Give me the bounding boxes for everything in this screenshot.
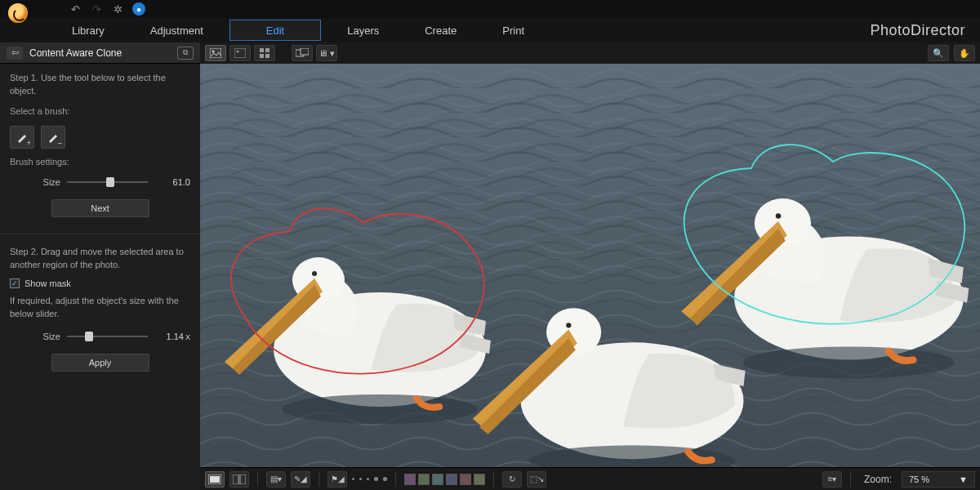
brush-size-value: 61.0 [154, 177, 190, 187]
crop-icon[interactable]: ⬚↘ [527, 471, 546, 488]
canvas-toolbar: 🖥 ▾ 🔍 ✋ [200, 42, 980, 64]
view-grid-icon[interactable] [254, 45, 275, 61]
svg-rect-6 [260, 54, 264, 58]
pencil-icon[interactable]: ✎◢ [291, 471, 310, 488]
svg-point-3 [237, 51, 239, 53]
view-mode-2-button[interactable] [229, 471, 249, 488]
next-button[interactable]: Next [51, 199, 149, 217]
view-compare-icon[interactable] [229, 45, 251, 61]
panel-divider [0, 234, 200, 234]
view-multimonitor-icon[interactable] [292, 45, 313, 61]
notifications-icon[interactable]: ● [132, 2, 145, 16]
svg-rect-5 [265, 48, 270, 52]
clone-size-slider[interactable] [67, 331, 148, 342]
view-display-icon[interactable]: 🖥 ▾ [316, 45, 337, 61]
brush-subtract-button[interactable]: – [41, 126, 65, 149]
undo-icon[interactable]: ↶ [69, 2, 82, 16]
size-label: Size [10, 177, 60, 187]
svg-rect-7 [265, 54, 270, 58]
svg-point-23 [776, 213, 781, 218]
hand-icon[interactable]: ✋ [954, 45, 975, 61]
svg-point-24 [743, 346, 955, 378]
step2-text: Step 2. Drag and move the selected area … [10, 246, 190, 272]
brush-add-button[interactable]: + [10, 126, 34, 149]
panel-header: ⇦ Content Aware Clone ⧉ [0, 42, 200, 64]
svg-rect-4 [260, 48, 264, 52]
svg-rect-27 [233, 474, 238, 484]
tab-library[interactable]: Library [49, 18, 127, 42]
tab-layers[interactable]: Layers [324, 18, 402, 42]
svg-point-1 [212, 51, 215, 53]
size2-label: Size [10, 332, 60, 341]
main-menu: Library Adjustment Edit Layers Create Pr… [0, 18, 980, 42]
settings-gear-icon[interactable]: ✲ [111, 2, 124, 16]
show-mask-label: Show mask [24, 278, 71, 288]
list-icon[interactable]: ≡▾ [822, 471, 842, 488]
svg-rect-26 [210, 476, 220, 483]
view-single-icon[interactable] [205, 45, 226, 61]
step1-text: Step 1. Use the tool below to select the… [10, 72, 190, 98]
color-swatches[interactable] [404, 474, 485, 485]
checkbox-icon: ✓ [10, 278, 20, 288]
redo-icon[interactable]: ↷ [90, 2, 103, 16]
panel-title: Content Aware Clone [29, 47, 171, 59]
svg-point-19 [566, 323, 571, 327]
zoom-label: Zoom: [864, 474, 892, 485]
svg-rect-9 [301, 48, 309, 55]
brush-size-slider[interactable] [67, 176, 148, 188]
svg-rect-2 [234, 48, 246, 58]
tool-panel: Step 1. Use the tool below to select the… [0, 64, 200, 490]
tab-adjustment[interactable]: Adjustment [127, 18, 226, 42]
apply-button[interactable]: Apply [51, 354, 149, 372]
brush-settings-label: Brush settings: [10, 157, 190, 167]
step2-hint: If required, adjust the object's size wi… [10, 295, 190, 321]
popout-button[interactable]: ⧉ [177, 47, 194, 60]
flag-icon[interactable]: ⚑◢ [327, 471, 347, 488]
zoom-value: 75 % [909, 474, 929, 484]
zoom-select[interactable]: 75 %▼ [902, 471, 975, 488]
svg-point-15 [312, 271, 317, 276]
clone-size-value: 1.14X [154, 332, 190, 341]
svg-rect-28 [240, 474, 246, 484]
status-bar: ▤▾ ✎◢ ⚑◢ ↻ ⬚↘ ≡▾ Zoom: 75 %▼ [200, 467, 980, 490]
rating-dots[interactable] [352, 477, 387, 481]
tab-print[interactable]: Print [479, 18, 547, 42]
rotate-icon[interactable]: ↻ [502, 471, 522, 488]
back-button[interactable]: ⇦ [7, 47, 23, 60]
svg-point-16 [282, 394, 478, 424]
tab-create[interactable]: Create [402, 18, 479, 42]
image-canvas[interactable] [200, 64, 980, 467]
histogram-icon[interactable]: ▤▾ [266, 471, 286, 488]
view-mode-1-button[interactable] [205, 471, 225, 488]
app-logo [8, 3, 28, 23]
magnify-icon[interactable]: 🔍 [928, 45, 949, 61]
tab-edit[interactable]: Edit [229, 20, 321, 41]
show-mask-checkbox[interactable]: ✓ Show mask [10, 278, 190, 288]
select-brush-label: Select a brush: [10, 106, 190, 116]
brand-label: PhotoDirector [870, 18, 980, 42]
